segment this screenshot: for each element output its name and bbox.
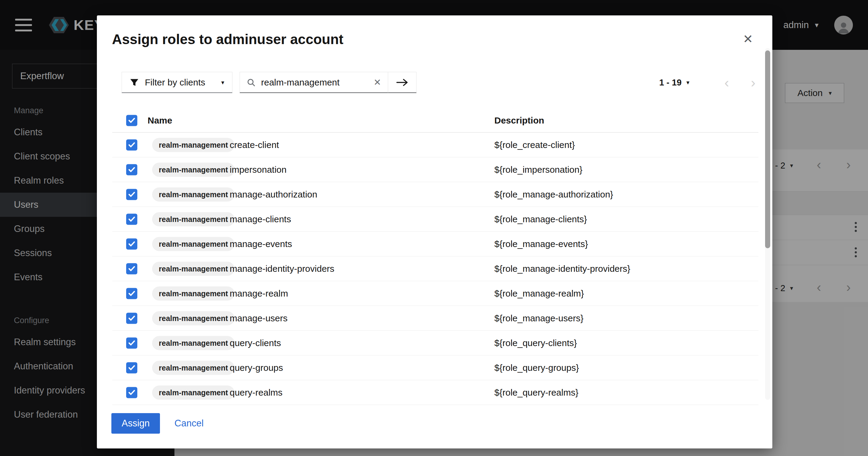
role-description: ${role_query-realms}	[494, 388, 578, 398]
table-row: realm-managementmanage-clients${role_man…	[112, 207, 758, 232]
client-badge: realm-management	[152, 138, 235, 152]
role-name: manage-events	[230, 239, 292, 249]
table-row: realm-managementimpersonation${role_impe…	[112, 157, 758, 182]
role-description: ${role_manage-clients}	[494, 214, 587, 224]
clear-search-icon[interactable]: ✕	[374, 77, 381, 88]
role-name: query-groups	[230, 363, 283, 373]
role-name: impersonation	[230, 165, 286, 175]
table-row: realm-managementcreate-client${role_crea…	[112, 133, 758, 157]
client-badge: realm-management	[152, 212, 235, 226]
search-input[interactable]	[261, 77, 358, 88]
role-description: ${role_create-client}	[494, 140, 575, 150]
table-row: realm-managementquery-groups${role_query…	[112, 355, 758, 380]
search-submit-button[interactable]	[388, 72, 416, 93]
next-page-icon[interactable]: ›	[751, 76, 755, 89]
role-description: ${role_manage-identity-providers}	[494, 264, 630, 274]
row-checkbox[interactable]	[126, 238, 137, 250]
row-checkbox[interactable]	[126, 288, 137, 299]
role-description: ${role_query-groups}	[494, 363, 579, 373]
modal-title: Assign roles to adminuser account	[112, 31, 343, 48]
select-all-checkbox[interactable]	[126, 115, 137, 126]
search-box: ✕	[240, 72, 388, 93]
role-description: ${role_manage-events}	[494, 239, 588, 249]
pagination-range: 1 - 19	[659, 78, 681, 88]
client-badge: realm-management	[152, 187, 235, 201]
row-checkbox[interactable]	[126, 189, 137, 200]
filter-by-clients-dropdown[interactable]: Filter by clients ▾	[122, 72, 232, 93]
cancel-button[interactable]: Cancel	[175, 418, 204, 429]
roles-table: Name Description realm-managementcreate-…	[112, 108, 758, 405]
close-icon[interactable]: ✕	[743, 33, 753, 45]
client-badge: realm-management	[152, 311, 235, 325]
prev-page-icon[interactable]: ‹	[724, 76, 729, 89]
search-icon	[247, 78, 256, 87]
modal-footer: Assign Cancel	[112, 413, 204, 434]
client-badge: realm-management	[152, 385, 235, 400]
table-row: realm-managementmanage-identity-provider…	[112, 256, 758, 281]
client-badge: realm-management	[152, 336, 235, 350]
scrollbar-thumb[interactable]	[765, 51, 770, 248]
column-header-name: Name	[148, 115, 172, 125]
modal-toolbar: Filter by clients ▾ ✕ 1 - 19 ▾ ‹ ›	[122, 72, 755, 93]
search-group: ✕	[240, 72, 416, 93]
role-name: create-client	[230, 140, 279, 150]
role-name: manage-realm	[230, 288, 288, 299]
role-name: manage-clients	[230, 214, 291, 224]
row-checkbox[interactable]	[126, 387, 137, 398]
arrow-right-icon	[396, 78, 408, 87]
table-header-row: Name Description	[112, 108, 758, 133]
role-description: ${role_manage-authorization}	[494, 189, 613, 200]
client-badge: realm-management	[152, 286, 235, 301]
table-row: realm-managementquery-clients${role_quer…	[112, 331, 758, 355]
row-checkbox[interactable]	[126, 263, 137, 274]
chevron-down-icon: ▾	[221, 79, 224, 86]
assign-button[interactable]: Assign	[112, 413, 160, 434]
assign-roles-modal: Assign roles to adminuser account ✕ Filt…	[97, 16, 772, 449]
role-description: ${role_manage-realm}	[494, 288, 584, 299]
table-row: realm-managementmanage-realm${role_manag…	[112, 281, 758, 306]
table-row: realm-managementmanage-users${role_manag…	[112, 306, 758, 331]
scrollbar-track[interactable]	[765, 48, 770, 400]
row-checkbox[interactable]	[126, 313, 137, 324]
modal-pagination: 1 - 19 ▾ ‹ ›	[659, 76, 755, 89]
table-row: realm-managementmanage-events${role_mana…	[112, 232, 758, 256]
role-name: manage-identity-providers	[230, 264, 334, 274]
role-name: manage-authorization	[230, 189, 317, 200]
row-checkbox[interactable]	[126, 337, 137, 348]
row-checkbox[interactable]	[126, 139, 137, 150]
role-description: ${role_impersonation}	[494, 165, 583, 175]
role-name: query-clients	[230, 338, 281, 348]
table-row: realm-managementquery-realms${role_query…	[112, 380, 758, 405]
column-header-description: Description	[494, 115, 544, 125]
role-name: manage-users	[230, 313, 288, 323]
client-badge: realm-management	[152, 237, 235, 251]
filter-label: Filter by clients	[145, 77, 205, 88]
row-checkbox[interactable]	[126, 213, 137, 225]
row-checkbox[interactable]	[126, 362, 137, 373]
client-badge: realm-management	[152, 361, 235, 375]
role-name: query-realms	[230, 388, 282, 398]
chevron-down-icon[interactable]: ▾	[686, 79, 689, 86]
client-badge: realm-management	[152, 261, 235, 276]
roles-table-body: realm-managementcreate-client${role_crea…	[112, 133, 758, 405]
role-description: ${role_query-clients}	[494, 338, 577, 348]
row-checkbox[interactable]	[126, 164, 137, 175]
role-description: ${role_manage-users}	[494, 313, 583, 323]
table-row: realm-managementmanage-authorization${ro…	[112, 182, 758, 207]
client-badge: realm-management	[152, 163, 235, 177]
filter-icon	[130, 78, 139, 87]
